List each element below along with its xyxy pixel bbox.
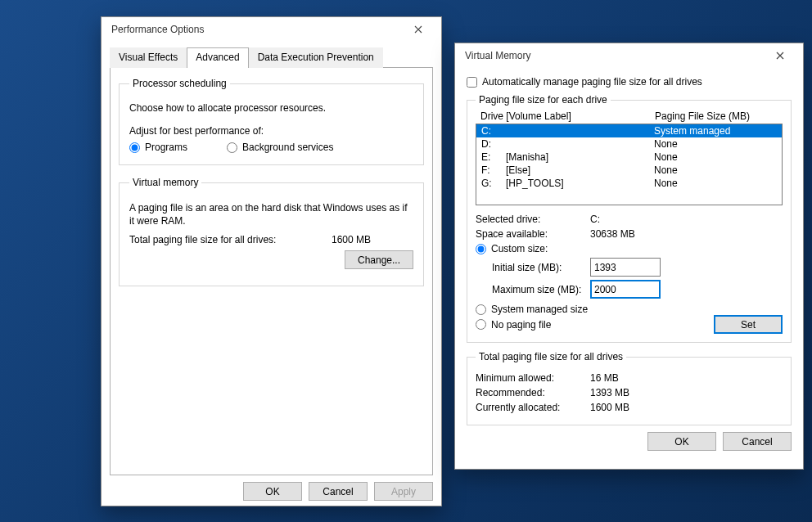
auto-manage-input[interactable]	[467, 77, 477, 88]
currently-allocated-label: Currently allocated:	[476, 402, 590, 413]
initial-size-label: Initial size (MB):	[492, 262, 590, 273]
selected-drive-label: Selected drive:	[476, 214, 590, 225]
drive-list-header: Drive [Volume Label] Paging File Size (M…	[476, 109, 783, 124]
cancel-button[interactable]: Cancel	[309, 482, 368, 501]
total-paging-value: 1600 MB	[332, 234, 413, 245]
maximum-size-label: Maximum size (MB):	[492, 284, 590, 295]
change-button[interactable]: Change...	[345, 250, 413, 269]
vmem-desc: A paging file is an area on the hard dis…	[129, 201, 413, 227]
close-button[interactable]	[764, 46, 796, 65]
window-title: Virtual Memory	[465, 50, 764, 61]
tab-advanced[interactable]: Advanced	[187, 47, 248, 68]
radio-programs-label: Programs	[145, 142, 187, 153]
processor-scheduling-group: Processor scheduling Choose how to alloc…	[119, 78, 424, 165]
set-button[interactable]: Set	[714, 315, 783, 334]
space-available-label: Space available:	[476, 228, 590, 240]
group-legend: Paging file size for each drive	[476, 94, 611, 106]
ok-button[interactable]: OK	[243, 482, 302, 501]
drive-letter: G:	[481, 178, 506, 189]
tab-dep[interactable]: Data Execution Prevention	[249, 47, 383, 68]
drive-row[interactable]: G: [HP_TOOLS] None	[476, 177, 782, 190]
titlebar: Virtual Memory	[455, 43, 803, 68]
drive-volume: [Else]	[506, 164, 654, 176]
radio-system-input[interactable]	[476, 304, 486, 315]
close-icon	[776, 52, 784, 60]
totals-group: Total paging file size for all drives Mi…	[467, 351, 792, 425]
drive-listbox[interactable]: C: System managed D: None E: [Manisha] N…	[476, 124, 783, 205]
drive-letter: E:	[481, 151, 506, 163]
virtual-memory-group: Virtual memory A paging file is an area …	[119, 177, 424, 286]
apply-button[interactable]: Apply	[374, 482, 433, 501]
radio-services-label: Background services	[242, 142, 333, 153]
auto-manage-label: Automatically manage paging file size fo…	[482, 76, 702, 88]
group-legend: Total paging file size for all drives	[476, 351, 626, 362]
window-title: Performance Options	[111, 24, 402, 35]
drive-row[interactable]: C: System managed	[476, 124, 782, 137]
drive-list-group: Paging file size for each drive Drive [V…	[467, 94, 792, 343]
drive-volume: [HP_TOOLS]	[506, 178, 654, 189]
maximum-size-input[interactable]	[590, 280, 661, 299]
tab-bar: Visual Effects Advanced Data Execution P…	[110, 47, 433, 68]
drive-volume: [Manisha]	[506, 151, 654, 163]
virtual-memory-window: Virtual Memory Automatically manage pagi…	[454, 43, 804, 470]
drive-paging: System managed	[654, 125, 777, 137]
dialog-buttons: OK Cancel	[467, 432, 792, 451]
auto-manage-checkbox[interactable]: Automatically manage paging file size fo…	[467, 76, 792, 88]
close-icon	[414, 25, 422, 34]
space-available-value: 30638 MB	[590, 228, 635, 240]
drive-paging: None	[654, 164, 777, 176]
radio-custom-label: Custom size:	[491, 243, 548, 254]
close-button[interactable]	[402, 20, 435, 39]
radio-services-input[interactable]	[227, 142, 237, 153]
selected-drive-value: C:	[590, 214, 600, 225]
header-size: Paging File Size (MB)	[655, 110, 778, 122]
group-legend: Processor scheduling	[129, 78, 230, 89]
drive-row[interactable]: F: [Else] None	[476, 164, 782, 177]
ok-button[interactable]: OK	[647, 432, 716, 451]
radio-custom-size[interactable]: Custom size:	[476, 243, 783, 254]
radio-services[interactable]: Background services	[227, 142, 333, 153]
drive-row[interactable]: E: [Manisha] None	[476, 151, 782, 164]
tab-panel-advanced: Processor scheduling Choose how to alloc…	[110, 68, 433, 475]
performance-options-window: Performance Options Visual Effects Advan…	[101, 16, 442, 506]
drive-letter: D:	[481, 138, 506, 150]
recommended-label: Recommended:	[476, 387, 590, 398]
radio-no-paging[interactable]: No paging file	[476, 319, 714, 331]
min-allowed-label: Minimum allowed:	[476, 372, 590, 384]
group-legend: Virtual memory	[129, 177, 201, 188]
drive-row[interactable]: D: None	[476, 137, 782, 151]
radio-system-label: System managed size	[491, 304, 588, 315]
radio-system-managed[interactable]: System managed size	[476, 304, 783, 315]
min-allowed-value: 16 MB	[590, 372, 619, 384]
proc-desc: Choose how to allocate processor resourc…	[129, 102, 413, 114]
recommended-value: 1393 MB	[590, 387, 629, 398]
header-drive: Drive [Volume Label]	[480, 110, 655, 122]
titlebar: Performance Options	[102, 17, 441, 42]
initial-size-input[interactable]	[590, 258, 661, 277]
dialog-body: Automatically manage paging file size fo…	[455, 68, 803, 457]
drive-letter: F:	[481, 164, 506, 176]
tab-visual-effects[interactable]: Visual Effects	[110, 47, 187, 68]
currently-allocated-value: 1600 MB	[590, 402, 629, 413]
drive-paging: None	[654, 178, 777, 189]
radio-custom-input[interactable]	[476, 244, 486, 254]
dialog-buttons: OK Cancel Apply	[102, 482, 441, 507]
radio-programs-input[interactable]	[129, 142, 140, 153]
cancel-button[interactable]: Cancel	[723, 432, 792, 451]
radio-programs[interactable]: Programs	[129, 142, 187, 153]
radio-no-paging-label: No paging file	[491, 319, 551, 331]
proc-adjust-label: Adjust for best performance of:	[129, 125, 413, 137]
radio-no-paging-input[interactable]	[476, 319, 486, 330]
drive-paging: None	[654, 138, 777, 150]
drive-letter: C:	[481, 125, 506, 137]
total-paging-label: Total paging file size for all drives:	[129, 234, 332, 245]
drive-paging: None	[654, 151, 777, 163]
